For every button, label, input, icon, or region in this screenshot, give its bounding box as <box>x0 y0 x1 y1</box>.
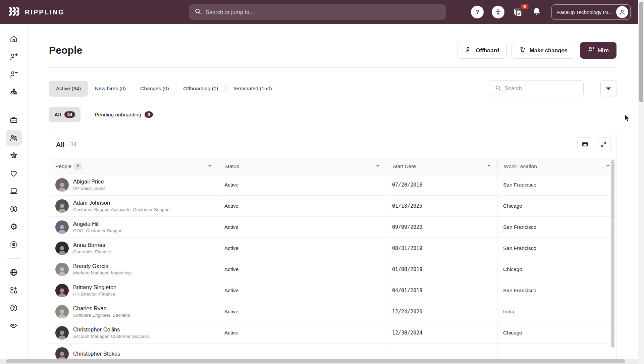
dollar-coin-icon[interactable] <box>6 201 22 217</box>
column-header-people[interactable]: People ▲▼ <box>49 158 218 174</box>
column-header-start-date[interactable]: Start Date <box>386 158 497 174</box>
chevron-down-icon[interactable] <box>487 163 491 169</box>
notifications-bell-icon[interactable] <box>532 7 541 17</box>
table-row[interactable]: Adam Johnson Customer Support Associate,… <box>49 196 616 217</box>
gear-icon[interactable]: ⚙ <box>6 219 22 235</box>
status-cell: Active <box>218 196 386 216</box>
offboard-button[interactable]: Offboard <box>458 42 507 59</box>
work-location-cell: San Francisco <box>497 217 616 238</box>
employee-role: Controller, Finance <box>73 249 111 255</box>
employee-role: Software Engineer, Backend <box>73 312 130 318</box>
status-cell: Active <box>218 217 386 238</box>
person-plus-icon <box>588 46 595 55</box>
tasks-icon[interactable]: 6 <box>513 6 524 18</box>
sort-toggle-icon[interactable]: ▲▼ <box>74 163 82 170</box>
employee-role: Account Manager, Customer Success <box>73 333 149 340</box>
subtab-0[interactable]: All 34 <box>49 107 80 122</box>
people-icon[interactable] <box>6 130 22 146</box>
scrollbar-thumb[interactable] <box>639 2 643 102</box>
handshake-icon[interactable] <box>6 318 22 334</box>
page-vertical-scrollbar[interactable] <box>638 0 644 364</box>
column-header-work-location[interactable]: Work Location <box>497 158 616 174</box>
person-minus-icon <box>465 46 473 55</box>
sidebar-divider <box>7 106 20 106</box>
subtab-1[interactable]: Pending onboarding 0 <box>89 107 158 122</box>
make-changes-button[interactable]: Make changes <box>512 42 575 59</box>
help-circle-icon[interactable] <box>6 300 22 316</box>
table-scrollbar[interactable] <box>611 160 614 348</box>
tasks-badge: 6 <box>521 4 529 9</box>
main-content: People Offboard Make changes <box>28 24 644 364</box>
home-icon[interactable] <box>6 31 22 47</box>
person-plus-icon[interactable] <box>6 49 22 65</box>
mouse-cursor <box>625 114 632 124</box>
columns-button[interactable] <box>577 137 592 152</box>
page-horizontal-scrollbar[interactable] <box>0 359 638 364</box>
tab-2[interactable]: Changes (0) <box>133 81 176 97</box>
list-search[interactable] <box>490 80 584 97</box>
employee-name: Adam Johnson <box>73 199 170 207</box>
chevron-down-icon[interactable] <box>375 163 380 169</box>
table-title: All <box>56 141 65 149</box>
work-location-cell: Chicago <box>497 322 616 343</box>
status-cell: Active <box>218 238 386 259</box>
status-cell: Active <box>218 322 386 343</box>
table-row[interactable]: Angela Hill COO, Customer Support Active… <box>49 217 616 238</box>
list-search-input[interactable] <box>505 86 579 92</box>
org-chart-icon[interactable] <box>6 84 22 100</box>
global-search-input[interactable] <box>206 9 441 15</box>
help-icon[interactable]: ? <box>471 6 484 18</box>
rippling-logo-icon <box>9 7 21 17</box>
hire-button[interactable]: Hire <box>580 42 616 59</box>
work-location-cell: San Francisco <box>497 238 616 259</box>
table-body: Abigail Price VP Sales, Sales Active 07/… <box>49 174 616 364</box>
start-date-cell: 01/08/2019 <box>386 259 497 280</box>
avatar <box>55 178 69 192</box>
filter-button[interactable] <box>600 80 616 97</box>
account-switcher[interactable]: FaceUp Technology IN... <box>551 4 631 20</box>
search-icon <box>194 8 202 16</box>
global-search[interactable] <box>189 4 446 20</box>
avatar <box>55 263 69 276</box>
sandbox-cube-icon[interactable] <box>6 237 22 253</box>
table-row[interactable]: Charles Ryan Software Engineer, Backend … <box>49 301 616 322</box>
avatar <box>55 220 69 234</box>
scrollbar-thumb[interactable] <box>6 359 625 363</box>
tab-1[interactable]: New hires (0) <box>88 81 133 97</box>
people-table-card: All · 34 Peopl <box>49 131 616 364</box>
heart-icon[interactable] <box>6 165 22 181</box>
user-avatar-icon <box>616 6 628 18</box>
briefcase-icon[interactable] <box>6 112 22 128</box>
tab-4[interactable]: Terminated (150) <box>226 81 279 97</box>
table-row[interactable]: Brandy Garcia Marketo Manager, Marketing… <box>49 259 616 280</box>
page-title: People <box>49 45 83 56</box>
globe-icon[interactable] <box>6 264 22 280</box>
chevron-down-icon[interactable] <box>605 163 610 169</box>
tab-0[interactable]: Active (34) <box>49 81 88 97</box>
status-cell: Active <box>218 174 386 195</box>
column-header-status[interactable]: Status <box>218 158 386 174</box>
person-minus-icon[interactable] <box>6 66 22 83</box>
table-count: · 34 <box>67 142 77 148</box>
table-row[interactable]: Abigail Price VP Sales, Sales Active 07/… <box>49 174 616 196</box>
table-row[interactable]: Christopher Collins Account Manager, Cus… <box>49 322 616 344</box>
table-row[interactable]: Anna Barnes Controller, Finance Active 0… <box>49 238 616 259</box>
avatar <box>55 305 69 318</box>
tab-3[interactable]: Offboarding (0) <box>176 81 225 97</box>
tabs: Active (34)New hires (0)Changes (0)Offbo… <box>49 81 279 97</box>
rippling-logo[interactable]: RIPPLING <box>9 7 64 17</box>
accessibility-icon[interactable] <box>492 6 504 18</box>
chevron-down-icon[interactable] <box>207 163 212 169</box>
avatar <box>55 284 69 297</box>
laptop-icon[interactable] <box>6 183 22 199</box>
employee-role: Customer Support Associate, Customer Sup… <box>73 207 170 213</box>
employee-name: Brittany Singleton <box>73 284 116 291</box>
status-cell: Active <box>218 280 386 301</box>
table-row[interactable]: Brittany Singleton HR Director, Finance … <box>49 280 616 301</box>
expand-button[interactable] <box>596 137 611 152</box>
sidebar-divider <box>7 258 20 259</box>
star-person-icon[interactable] <box>6 148 22 164</box>
start-date-cell: 04/01/2019 <box>386 280 497 301</box>
topbar: RIPPLING ? <box>0 0 644 24</box>
apps-plus-icon[interactable] <box>6 282 22 298</box>
